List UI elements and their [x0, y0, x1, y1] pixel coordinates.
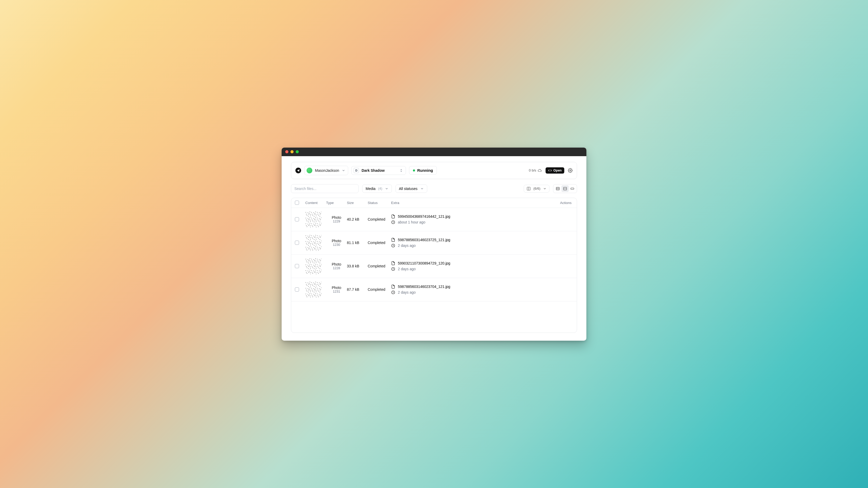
project-selector[interactable]: D Dark Shadow	[351, 166, 406, 175]
window-minimize-button[interactable]	[290, 150, 293, 153]
clock-icon	[391, 243, 395, 248]
status-cell: Completed	[368, 287, 391, 292]
thumbnail[interactable]	[305, 235, 321, 251]
col-actions: Actions	[550, 201, 573, 205]
status-cell: Completed	[368, 217, 391, 221]
chevron-down-icon	[420, 187, 424, 191]
row-single-icon	[570, 187, 575, 191]
extra-cell: 5990321107300894729_120.jpg2 days ago	[391, 258, 550, 275]
row-checkbox[interactable]	[295, 264, 299, 268]
thumbnail[interactable]	[305, 211, 321, 227]
speed-indicator: 0 b/s	[529, 168, 542, 172]
status-pill: Running	[409, 166, 437, 174]
thumbnail[interactable]	[305, 282, 321, 297]
view-switcher	[553, 184, 577, 193]
type-label: Photo	[326, 216, 347, 220]
thumbnail[interactable]	[305, 258, 321, 274]
filename: 5990321107300894729_120.jpg	[398, 261, 451, 265]
header-card: MasonJackson D Dark Shadow Running 0 b/s	[291, 162, 577, 179]
search-input[interactable]	[291, 184, 359, 193]
table-row: Photo123187.7 kBCompleted598788560314602…	[291, 278, 577, 301]
row-checkbox[interactable]	[295, 287, 299, 292]
clock-icon	[391, 267, 395, 271]
type-cell: Photo1230	[326, 239, 347, 247]
columns-toggle[interactable]: (6/6)	[524, 185, 550, 193]
col-status: Status	[368, 201, 391, 205]
select-all-checkbox[interactable]	[295, 201, 299, 205]
svg-rect-3	[556, 187, 559, 190]
type-id: 1230	[326, 243, 347, 247]
timestamp: about 1 hour ago	[398, 220, 426, 224]
type-filter-count: (4)	[378, 187, 382, 191]
sort-icon	[399, 169, 403, 172]
status-cell: Completed	[368, 264, 391, 268]
titlebar	[282, 148, 586, 156]
view-compact-button[interactable]	[554, 185, 561, 192]
chevron-down-icon	[342, 169, 345, 172]
account-selector[interactable]: MasonJackson	[304, 166, 348, 175]
project-name: Dark Shadow	[362, 168, 384, 172]
table-header: Content Type Size Status Extra Actions	[291, 198, 577, 208]
file-icon	[391, 261, 395, 265]
file-icon	[391, 238, 395, 242]
project-initial-badge: D	[354, 168, 359, 173]
file-icon	[391, 215, 395, 219]
header-right: 0 b/s Open	[529, 167, 572, 173]
row-checkbox[interactable]	[295, 217, 299, 221]
view-normal-button[interactable]	[561, 185, 569, 192]
filename: 5994500436897416442_121.jpg	[398, 215, 451, 219]
avatar	[307, 168, 312, 173]
app-window: MasonJackson D Dark Shadow Running 0 b/s	[282, 148, 586, 341]
clock-icon	[391, 220, 395, 224]
window-close-button[interactable]	[285, 150, 288, 153]
settings-icon[interactable]	[568, 168, 572, 173]
col-type: Type	[326, 201, 347, 205]
type-id: 1229	[326, 220, 347, 223]
extra-cell: 5994500436897416442_121.jpgabout 1 hour …	[391, 211, 550, 228]
status-filter-label: All statuses	[399, 187, 417, 191]
paper-plane-icon	[297, 169, 300, 172]
size-cell: 81.1 kB	[347, 240, 368, 245]
files-table: Content Type Size Status Extra Actions P…	[291, 198, 577, 333]
app-logo	[296, 168, 301, 173]
table-body: Photo122940.2 kBCompleted599450043689741…	[291, 208, 577, 301]
columns-count: (6/6)	[533, 187, 540, 191]
col-extra: Extra	[391, 201, 550, 205]
content-area: MasonJackson D Dark Shadow Running 0 b/s	[282, 156, 586, 341]
col-size: Size	[347, 201, 368, 205]
open-button[interactable]: Open	[546, 167, 564, 173]
type-cell: Photo1228	[326, 262, 347, 270]
timestamp: 2 days ago	[398, 267, 416, 271]
filename: 5987885603146023725_121.jpg	[398, 238, 451, 242]
chevron-down-icon	[385, 187, 389, 191]
view-large-button[interactable]	[569, 185, 576, 192]
timestamp: 2 days ago	[398, 243, 416, 248]
type-label: Photo	[326, 286, 347, 290]
rows-dense-icon	[556, 187, 560, 191]
status-cell: Completed	[368, 240, 391, 245]
code-icon	[548, 169, 552, 172]
type-id: 1228	[326, 266, 347, 270]
type-label: Photo	[326, 239, 347, 243]
cloud-sync-icon	[538, 168, 542, 172]
columns-icon	[527, 187, 531, 191]
window-maximize-button[interactable]	[296, 150, 299, 153]
type-filter-label: Media	[366, 187, 375, 191]
rows-icon	[563, 187, 567, 191]
extra-cell: 5987885603146023725_121.jpg2 days ago	[391, 234, 550, 251]
size-cell: 40.2 kB	[347, 217, 368, 221]
open-button-label: Open	[553, 169, 562, 172]
table-row: Photo122833.8 kBCompleted599032110730089…	[291, 255, 577, 278]
status-dot-icon	[413, 169, 415, 171]
file-icon	[391, 285, 395, 289]
row-checkbox[interactable]	[295, 240, 299, 245]
svg-rect-8	[571, 188, 574, 189]
status-filter[interactable]: All statuses	[396, 185, 427, 193]
timestamp: 2 days ago	[398, 290, 416, 294]
size-cell: 87.7 kB	[347, 287, 368, 292]
filename: 5987885603146023704_121.jpg	[398, 285, 451, 289]
type-filter[interactable]: Media (4)	[362, 185, 392, 193]
type-cell: Photo1231	[326, 286, 347, 293]
table-row: Photo123081.1 kBCompleted598788560314602…	[291, 231, 577, 255]
type-id: 1231	[326, 290, 347, 293]
